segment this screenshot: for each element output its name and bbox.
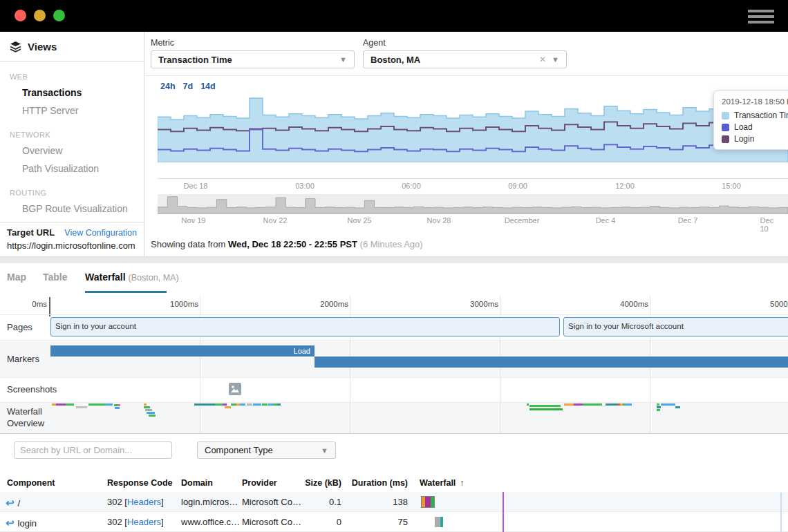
brush-tick: Dec 4 [596, 216, 616, 225]
overview-mini-bar [144, 406, 150, 408]
minimize-window-icon[interactable] [34, 10, 46, 21]
metric-select[interactable]: Transaction Time ▼ [151, 50, 355, 68]
waterfall-overview-label-line1: Waterfall [7, 406, 42, 417]
response-code-cell: 302 [Headers] [107, 517, 164, 527]
scale-label-1000ms: 1000ms [150, 300, 198, 308]
app-window: Views WEBTransactionsHTTP ServerNETWORKO… [0, 0, 788, 532]
overview-mini-bar [247, 403, 252, 406]
screenshot-thumbnail-icon[interactable] [229, 383, 241, 395]
page-bar[interactable]: Sign in to your account [50, 317, 560, 336]
overview-mini-bar [115, 407, 120, 409]
sidebar-item-path-visualization[interactable]: Path Visualization [0, 160, 144, 178]
agent-select[interactable]: Boston, MA ✕ ▼ [363, 50, 567, 68]
chevron-down-icon: ▼ [552, 55, 559, 64]
duration-cell: 138 [339, 497, 408, 507]
overview-mini-bar [527, 403, 529, 406]
x-tick: 06:00 [402, 182, 421, 190]
legend-swatch [722, 124, 729, 131]
row-waterfall-bar[interactable] [435, 517, 443, 527]
overview-mini-bar [66, 403, 74, 406]
brush-tick: December [505, 216, 540, 225]
status-line: Showing data from Wed, Dec 18 22:50 - 22… [151, 239, 423, 249]
legend-label: Login [734, 134, 754, 144]
screenshots-row-label: Screenshots [7, 384, 57, 395]
col-header-domain[interactable]: Domain [181, 478, 213, 488]
overview-mini-bar [564, 403, 574, 406]
sidebar-item-transactions[interactable]: Transactions [0, 84, 144, 102]
overview-mini-bar [145, 409, 152, 411]
nav-section-label-web: WEB [10, 73, 144, 81]
col-header-size-kb-[interactable]: Size (kB) [286, 478, 341, 488]
table-right-edge-line [780, 493, 782, 532]
view-configuration-link[interactable]: View Configuration [64, 228, 137, 238]
metric-label: Metric [151, 38, 174, 48]
col-header-provider[interactable]: Provider [242, 478, 277, 488]
legend-item-transaction-time: Transaction Time [722, 111, 788, 120]
table-row[interactable]: ↩login302 [Headers]www.office.c…Microsof… [0, 512, 788, 532]
pages-row-label: Pages [7, 322, 32, 332]
chevron-down-icon: ▼ [321, 446, 328, 455]
layers-icon [10, 41, 21, 53]
overview-mini-bar [574, 403, 583, 406]
tab-table[interactable]: Table [43, 272, 68, 283]
overview-mini-bar [675, 406, 680, 408]
headers-link[interactable]: Headers [127, 497, 161, 507]
x-tick: 03:00 [295, 182, 315, 190]
search-input[interactable] [14, 441, 172, 459]
overview-mini-bar [657, 406, 661, 408]
x-axis-line [158, 178, 788, 179]
overview-mini-bar [253, 403, 261, 406]
brush-tick: Nov 19 [182, 216, 206, 225]
col-header-response-code[interactable]: Response Code [107, 478, 172, 488]
sidebar-item-overview[interactable]: Overview [0, 142, 144, 160]
tab-suffix: (Boston, MA) [129, 273, 179, 283]
marker-bar-load[interactable]: Load [50, 345, 315, 357]
timerange-links: 24h7d14d [160, 82, 216, 91]
page-bar[interactable]: Sign in to your Microsoft account [563, 317, 788, 336]
overview-mini-bar [76, 406, 87, 408]
scale-label-2000ms: 2000ms [300, 300, 348, 308]
headers-link[interactable]: Headers [127, 517, 161, 527]
agent-value: Boston, MA [370, 55, 539, 65]
x-tick: 09:00 [508, 182, 527, 190]
component-type-select[interactable]: Component Type ▼ [197, 441, 336, 459]
row-waterfall-bar[interactable] [422, 497, 434, 507]
table-row[interactable]: ↩/302 [Headers]login.micros…Microsoft Co… [0, 492, 788, 512]
menu-icon[interactable] [748, 10, 774, 23]
sidebar-header: Views [0, 32, 144, 61]
legend-label: Load [734, 122, 753, 132]
sidebar-item-bgp-route-visualization[interactable]: BGP Route Visualization [0, 200, 144, 218]
nav-section-label-network: NETWORK [10, 131, 144, 139]
zoom-window-icon[interactable] [53, 10, 65, 21]
overview-brush[interactable] [158, 194, 788, 214]
timerange-7d[interactable]: 7d [183, 82, 194, 91]
sidebar-title: Views [28, 41, 57, 53]
marker-bar[interactable] [315, 357, 788, 368]
legend-swatch [722, 135, 729, 143]
legend-item-login: Login [722, 134, 788, 144]
col-header-waterfall[interactable]: Waterfall↑ [420, 478, 465, 488]
component-filter-bar: Component Type ▼ [0, 434, 788, 468]
response-code-cell: 302 [Headers] [107, 497, 164, 507]
col-header-component[interactable]: Component [7, 478, 55, 488]
overview-mini-bar [144, 403, 147, 406]
clear-agent-icon[interactable]: ✕ [539, 55, 546, 64]
timerange-14d[interactable]: 14d [200, 82, 216, 91]
brush-tick: Dec 7 [678, 216, 698, 225]
legend-timestamp: 2019-12-18 18:50 PST [722, 97, 788, 106]
overview-mini-bar [223, 403, 227, 406]
close-window-icon[interactable] [15, 10, 26, 21]
overview-mini-bar [149, 415, 156, 417]
transaction-time-chart[interactable] [158, 97, 788, 162]
tab-map[interactable]: Map [7, 272, 26, 283]
brush-tick: Nov 25 [348, 216, 372, 225]
duration-cell: 75 [339, 517, 408, 527]
redirect-icon: ↩ [6, 497, 15, 509]
timerange-24h[interactable]: 24h [160, 82, 176, 91]
sidebar-item-http-server[interactable]: HTTP Server [0, 102, 144, 120]
col-header-duration-ms-[interactable]: Duration (ms) [339, 478, 408, 488]
overview-mini-bar [147, 412, 155, 414]
overview-mini-bar [88, 403, 106, 406]
tab-waterfall[interactable]: Waterfall(Boston, MA) [85, 272, 179, 283]
brush-tick: Nov 28 [427, 216, 451, 225]
